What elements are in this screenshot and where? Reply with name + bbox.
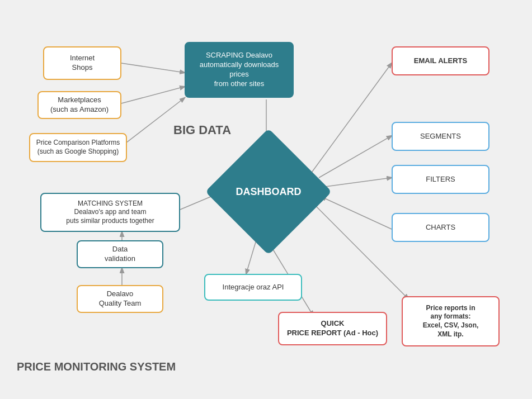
dashboard-container: DASHBOARD	[221, 144, 316, 239]
price-comparison-node: Price Comparison Platforms (such as Goog…	[29, 133, 127, 162]
marketplaces-node: Marketplaces (such as Amazon)	[37, 91, 121, 119]
filters-label: FILTERS	[426, 175, 455, 184]
price-reports-label: Price reports in any formats: Excel, CSV…	[423, 304, 479, 339]
svg-line-9	[321, 178, 392, 187]
svg-line-8	[319, 136, 392, 178]
marketplaces-label: Marketplaces (such as Amazon)	[50, 96, 109, 115]
data-validation-label: Data validation	[105, 245, 135, 264]
diagram: BIG DATA DASHBOARD Internet Shops Market…	[0, 0, 532, 399]
dashboard-diamond	[205, 129, 332, 255]
integrations-label: Integracje oraz API	[223, 283, 284, 292]
charts-node: CHARTS	[392, 213, 489, 242]
filters-node: FILTERS	[392, 165, 489, 194]
internet-shops-node: Internet Shops	[43, 46, 121, 80]
dealavo-quality-node: Dealavo Quality Team	[77, 285, 163, 313]
svg-line-10	[321, 197, 392, 229]
dealavo-quality-label: Dealavo Quality Team	[99, 289, 142, 308]
scraping-node: SCRAPING Dealavo automatically downloads…	[185, 42, 294, 98]
email-alerts-node: EMAIL ALERTS	[392, 46, 489, 75]
data-validation-node: Data validation	[77, 240, 163, 268]
svg-line-11	[246, 240, 256, 274]
segments-node: SEGMENTS	[392, 122, 489, 151]
svg-line-1	[121, 87, 185, 103]
svg-line-0	[121, 63, 185, 73]
svg-line-2	[121, 98, 185, 146]
price-reports-node: Price reports in any formats: Excel, CSV…	[402, 296, 500, 346]
quick-price-report-label: QUICK PRICE REPORT (Ad - Hoc)	[287, 319, 378, 338]
big-data-label: BIG DATA	[173, 123, 231, 137]
internet-shops-label: Internet Shops	[70, 54, 95, 73]
quick-price-report-node: QUICK PRICE REPORT (Ad - Hoc)	[278, 312, 387, 345]
integrations-node: Integracje oraz API	[204, 274, 302, 301]
matching-system-label: MATCHING SYSTEM Dealavo's app and team p…	[66, 200, 154, 226]
scraping-label: SCRAPING Dealavo automatically downloads…	[191, 51, 287, 89]
svg-line-7	[311, 63, 392, 173]
segments-label: SEGMENTS	[420, 132, 461, 141]
matching-system-node: MATCHING SYSTEM Dealavo's app and team p…	[40, 193, 180, 232]
price-monitoring-label: PRICE MONITORING SYSTEM	[17, 360, 176, 373]
price-comparison-label: Price Comparison Platforms (such as Goog…	[36, 139, 120, 156]
email-alerts-label: EMAIL ALERTS	[414, 56, 467, 66]
charts-label: CHARTS	[426, 223, 455, 232]
